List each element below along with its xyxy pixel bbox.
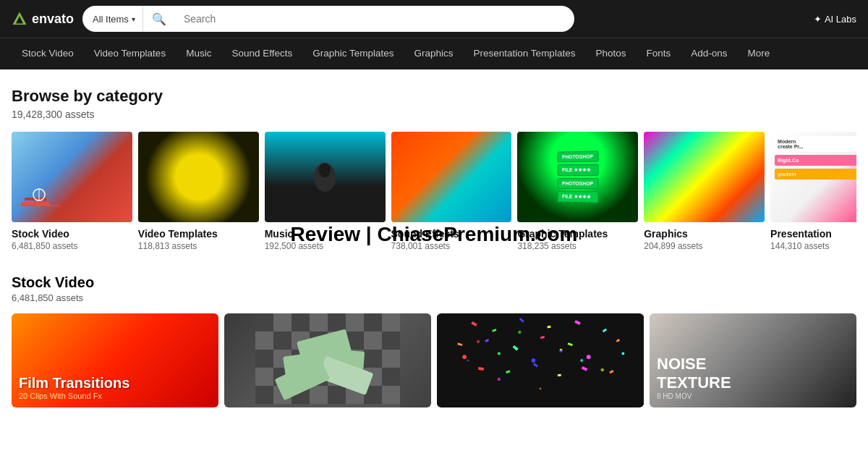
svg-point-70	[532, 358, 536, 363]
nav-item-fonts[interactable]: Fonts	[636, 38, 681, 70]
confetti-thumb	[437, 313, 644, 407]
svg-rect-49	[382, 386, 400, 404]
category-card-sound-effects[interactable]: Sound Effects 738,001 assets	[391, 132, 512, 251]
category-thumb-stock-video	[12, 132, 132, 222]
category-thumb-graphic-templates: PHOTOSHOP FILE ★★★★ PHOTOSHOP FILE ★★★★	[517, 132, 638, 222]
stock-video-section: Stock Video 6,481,850 assets Film Transi…	[12, 274, 856, 419]
svg-rect-65	[540, 336, 545, 339]
category-card-music[interactable]: Music 192,500 assets	[265, 132, 386, 251]
category-label-5: Graphics	[644, 228, 765, 240]
music-silhouette	[310, 156, 339, 199]
stock-card-2[interactable]	[437, 313, 644, 407]
noise-texture-thumb: NOISETEXTURE 8 HD MOV	[650, 313, 856, 407]
category-label-2: Music	[265, 228, 386, 240]
svg-rect-13	[310, 313, 328, 331]
svg-rect-33	[382, 350, 400, 368]
svg-rect-16	[364, 313, 382, 331]
nav-bar: Stock Video Video Templates Music Sound …	[0, 38, 868, 69]
sv1-sub: 20 Clips With Sound Fx	[19, 392, 211, 400]
category-count-4: 318,235 assets	[517, 241, 638, 251]
nav-item-graphics[interactable]: Graphics	[404, 38, 464, 70]
stock-card-0[interactable]: Film Transitions 20 Clips With Sound Fx	[12, 313, 218, 407]
svg-rect-57	[492, 329, 496, 332]
nav-item-graphic-templates[interactable]: Graphic Templates	[302, 38, 404, 70]
logo[interactable]: envato	[12, 11, 74, 27]
svg-rect-18	[255, 331, 273, 350]
noise-texture-title: NOISETEXTURE	[657, 355, 849, 392]
nav-item-addons[interactable]: Add-ons	[681, 38, 737, 70]
svg-rect-60	[574, 320, 581, 325]
category-count-1: 118,813 assets	[138, 241, 259, 251]
ai-labs-icon: ✦	[814, 14, 822, 25]
svg-rect-19	[273, 331, 292, 350]
svg-rect-59	[547, 326, 550, 329]
stock-video-subtitle: 6,481,850 assets	[12, 292, 856, 303]
category-card-video-templates[interactable]: Video Templates 118,813 assets	[138, 132, 259, 251]
noise-texture-sub: 8 HD MOV	[657, 392, 849, 400]
main-content: Browse by category 19,428,300 assets Sto…	[0, 69, 868, 419]
svg-rect-64	[513, 345, 519, 351]
svg-rect-42	[255, 386, 273, 404]
search-category-label: All Items	[93, 14, 129, 25]
svg-rect-41	[382, 368, 400, 386]
envato-logo-icon	[12, 11, 27, 27]
svg-point-71	[560, 349, 563, 352]
svg-rect-46	[328, 386, 346, 404]
nav-item-video-templates[interactable]: Video Templates	[84, 38, 176, 70]
svg-rect-14	[328, 313, 346, 331]
svg-rect-77	[558, 374, 561, 376]
svg-point-8	[319, 163, 331, 177]
sv1-title: Film Transitions	[19, 375, 211, 392]
category-label-1: Video Templates	[138, 228, 259, 240]
svg-rect-24	[364, 331, 382, 350]
svg-rect-10	[255, 313, 273, 331]
svg-point-68	[462, 355, 467, 359]
browse-title: Browse by category	[12, 87, 856, 106]
money-visual	[224, 313, 431, 407]
svg-rect-45	[310, 386, 328, 404]
category-card-presentation[interactable]: Moderncreate Pr... Right.Co gradient Pre…	[770, 132, 856, 251]
category-label-3: Sound Effects	[391, 228, 512, 240]
stock-card-1[interactable]	[224, 313, 431, 407]
stock-card-3[interactable]: NOISETEXTURE 8 HD MOV	[650, 313, 856, 407]
category-label-0: Stock Video	[12, 228, 132, 240]
svg-rect-55	[437, 316, 644, 405]
svg-rect-12	[292, 313, 310, 331]
nav-item-more[interactable]: More	[738, 38, 780, 70]
nav-item-stock-video[interactable]: Stock Video	[12, 38, 84, 70]
category-thumb-sound-effects	[391, 132, 512, 222]
category-card-graphics[interactable]: Graphics 204,899 assets	[644, 132, 765, 251]
photoshop-boxes-visual: PHOTOSHOP FILE ★★★★ PHOTOSHOP FILE ★★★★	[551, 143, 606, 211]
svg-rect-15	[346, 313, 364, 331]
stock-video-row: Film Transitions 20 Clips With Sound Fx	[12, 313, 856, 407]
nav-item-presentation-templates[interactable]: Presentation Templates	[464, 38, 586, 70]
category-label-4: Graphic Templates	[517, 228, 638, 240]
browse-subtitle: 19,428,300 assets	[12, 109, 856, 120]
category-count-2: 192,500 assets	[265, 241, 386, 251]
svg-rect-67	[616, 339, 621, 342]
category-count-3: 738,001 assets	[391, 241, 512, 251]
category-card-graphic-templates[interactable]: PHOTOSHOP FILE ★★★★ PHOTOSHOP FILE ★★★★ …	[517, 132, 638, 251]
svg-rect-17	[382, 313, 400, 331]
category-count-6: 144,310 assets	[770, 241, 856, 251]
search-category-dropdown[interactable]: All Items	[82, 6, 143, 32]
category-thumb-graphics	[644, 132, 765, 222]
svg-rect-76	[533, 363, 538, 367]
svg-rect-61	[603, 329, 607, 333]
nav-item-sound-effects[interactable]: Sound Effects	[221, 38, 302, 70]
nav-item-music[interactable]: Music	[176, 38, 221, 70]
svg-rect-26	[255, 350, 273, 368]
svg-rect-58	[519, 318, 524, 323]
category-thumb-presentation: Moderncreate Pr... Right.Co gradient	[770, 132, 856, 222]
category-thumb-music	[265, 132, 386, 222]
svg-rect-34	[255, 368, 273, 386]
search-input[interactable]	[175, 13, 574, 25]
svg-rect-11	[273, 313, 292, 331]
nav-item-photos[interactable]: Photos	[585, 38, 636, 70]
ai-labs-button[interactable]: ✦ AI Labs	[814, 14, 856, 25]
stock-video-title: Stock Video	[12, 274, 856, 291]
category-card-stock-video[interactable]: Stock Video 6,481,850 assets	[12, 132, 132, 251]
category-count-5: 204,899 assets	[644, 241, 765, 251]
svg-rect-78	[582, 366, 588, 371]
svg-rect-56	[471, 321, 477, 326]
